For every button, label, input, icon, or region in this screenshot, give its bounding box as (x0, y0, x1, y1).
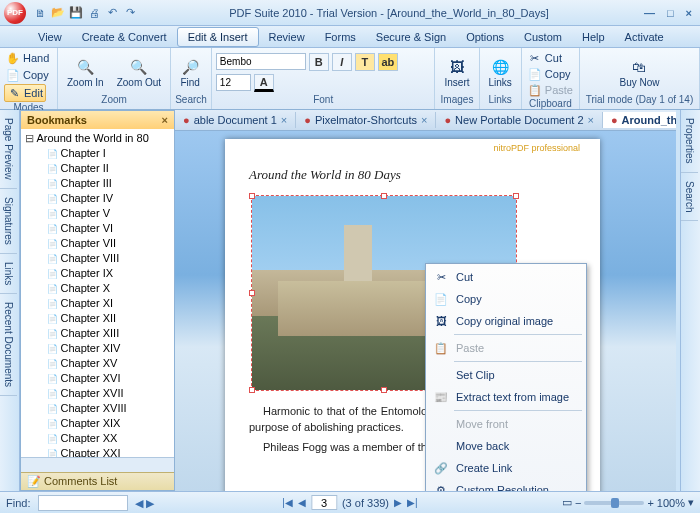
close-tab-icon[interactable]: × (588, 114, 594, 126)
doc-tab[interactable]: ●Pixelmator-Shortcuts× (296, 112, 436, 128)
close-tab-icon[interactable]: × (281, 114, 287, 126)
resize-handle[interactable] (381, 387, 387, 393)
links-button[interactable]: 🌐Links (484, 55, 517, 90)
redo-icon[interactable]: ↷ (122, 5, 138, 21)
app-logo[interactable]: PDF (4, 2, 26, 24)
doc-tab[interactable]: ●New Portable Document 2× (436, 112, 603, 128)
italic-button[interactable]: I (332, 53, 352, 71)
menu-create-convert[interactable]: Create & Convert (72, 28, 177, 46)
bookmark-item[interactable]: Chapter XIV (25, 341, 174, 356)
save-icon[interactable]: 💾 (68, 5, 84, 21)
scrollbar-h[interactable] (21, 457, 174, 472)
last-page-icon[interactable]: ▶| (407, 497, 418, 508)
bookmark-item[interactable]: Chapter XVIII (25, 401, 174, 416)
side-tab-properties[interactable]: Properties (681, 110, 698, 173)
comments-list-button[interactable]: 📝 Comments List (21, 472, 174, 490)
resize-handle[interactable] (249, 387, 255, 393)
bookmark-item[interactable]: Chapter X (25, 281, 174, 296)
font-size-input[interactable] (216, 74, 251, 91)
menu-item-copy-original-image[interactable]: 🖼Copy original image (428, 310, 584, 332)
zoom-dropdown-icon[interactable]: ▾ (688, 496, 694, 509)
bookmark-item[interactable]: Chapter IX (25, 266, 174, 281)
bookmark-item[interactable]: Chapter V (25, 206, 174, 221)
bookmark-item[interactable]: Chapter XV (25, 356, 174, 371)
bookmark-item[interactable]: Chapter VIII (25, 251, 174, 266)
undo-icon[interactable]: ↶ (104, 5, 120, 21)
find-next-icon[interactable]: ▶ (146, 497, 154, 509)
menu-secure-sign[interactable]: Secure & Sign (366, 28, 456, 46)
menu-item-move-back[interactable]: Move back (428, 435, 584, 457)
zoom-out-button[interactable]: 🔍Zoom Out (112, 55, 166, 90)
text-tool-button[interactable]: T (355, 53, 375, 71)
menu-help[interactable]: Help (572, 28, 615, 46)
first-page-icon[interactable]: |◀ (282, 497, 293, 508)
menu-item-create-link[interactable]: 🔗Create Link (428, 457, 584, 479)
menu-review[interactable]: Review (259, 28, 315, 46)
zoom-out-icon[interactable]: − (575, 497, 581, 509)
zoom-in-button[interactable]: 🔍Zoom In (62, 55, 109, 90)
print-icon[interactable]: 🖨 (86, 5, 102, 21)
font-color-button[interactable]: A (254, 74, 274, 92)
font-name-input[interactable] (216, 53, 306, 70)
copy-mode[interactable]: 📄Copy (4, 67, 51, 83)
bookmark-item[interactable]: Chapter XXI (25, 446, 174, 457)
doc-tab[interactable]: ●able Document 1× (175, 112, 296, 128)
paste-button[interactable]: 📋Paste (526, 82, 575, 98)
menu-item-extract-text-from-image[interactable]: 📰Extract text from image (428, 386, 584, 408)
next-page-icon[interactable]: ▶ (394, 497, 402, 508)
highlight-button[interactable]: ab (378, 53, 398, 71)
hand-mode[interactable]: ✋Hand (4, 50, 51, 66)
side-tab-page-preview[interactable]: Page Preview (0, 110, 17, 189)
cut-button[interactable]: ✂Cut (526, 50, 564, 66)
bookmark-root[interactable]: Around the World in 80 (25, 131, 174, 146)
find-button[interactable]: 🔎Find (175, 55, 205, 90)
buy-now-button[interactable]: 🛍Buy Now (614, 55, 664, 90)
resize-handle[interactable] (513, 193, 519, 199)
bookmark-item[interactable]: Chapter XX (25, 431, 174, 446)
page-number-input[interactable] (311, 495, 337, 510)
bookmark-item[interactable]: Chapter XIII (25, 326, 174, 341)
new-icon[interactable]: 🗎 (32, 5, 48, 21)
open-icon[interactable]: 📂 (50, 5, 66, 21)
bookmark-item[interactable]: Chapter XIX (25, 416, 174, 431)
menu-forms[interactable]: Forms (315, 28, 366, 46)
close-button[interactable]: × (682, 7, 696, 19)
menu-custom[interactable]: Custom (514, 28, 572, 46)
bookmark-item[interactable]: Chapter VI (25, 221, 174, 236)
side-tab-links[interactable]: Links (0, 254, 17, 294)
edit-mode[interactable]: ✎Edit (4, 84, 46, 102)
resize-handle[interactable] (381, 193, 387, 199)
bookmark-item[interactable]: Chapter I (25, 146, 174, 161)
doc-tab[interactable]: ●Around_the_World_in_...× (603, 112, 676, 128)
menu-view[interactable]: View (28, 28, 72, 46)
find-prev-icon[interactable]: ◀ (135, 497, 143, 509)
menu-item-set-clip[interactable]: Set Clip (428, 364, 584, 386)
bookmark-item[interactable]: Chapter XVII (25, 386, 174, 401)
minimize-button[interactable]: — (640, 7, 659, 19)
side-tab-signatures[interactable]: Signatures (0, 189, 17, 254)
close-panel-icon[interactable]: × (162, 114, 168, 126)
menu-edit-insert[interactable]: Edit & Insert (177, 27, 259, 47)
menu-options[interactable]: Options (456, 28, 514, 46)
resize-handle[interactable] (249, 290, 255, 296)
bookmarks-tree[interactable]: Around the World in 80 Chapter IChapter … (21, 129, 174, 457)
bookmark-item[interactable]: Chapter XVI (25, 371, 174, 386)
copy-button[interactable]: 📄Copy (526, 66, 573, 82)
menu-item-copy[interactable]: 📄Copy (428, 288, 584, 310)
bookmark-item[interactable]: Chapter VII (25, 236, 174, 251)
menu-item-cut[interactable]: ✂Cut (428, 266, 584, 288)
bookmark-item[interactable]: Chapter XI (25, 296, 174, 311)
find-input[interactable] (38, 495, 128, 511)
maximize-button[interactable]: □ (663, 7, 678, 19)
bookmark-item[interactable]: Chapter II (25, 161, 174, 176)
insert-image-button[interactable]: 🖼Insert (439, 55, 474, 90)
prev-page-icon[interactable]: ◀ (298, 497, 306, 508)
bold-button[interactable]: B (309, 53, 329, 71)
zoom-slider[interactable] (584, 501, 644, 505)
bookmark-item[interactable]: Chapter IV (25, 191, 174, 206)
bookmark-item[interactable]: Chapter XII (25, 311, 174, 326)
zoom-in-icon[interactable]: + (647, 497, 653, 509)
side-tab-search[interactable]: Search (681, 173, 698, 222)
side-tab-recent-documents[interactable]: Recent Documents (0, 294, 17, 396)
close-tab-icon[interactable]: × (421, 114, 427, 126)
